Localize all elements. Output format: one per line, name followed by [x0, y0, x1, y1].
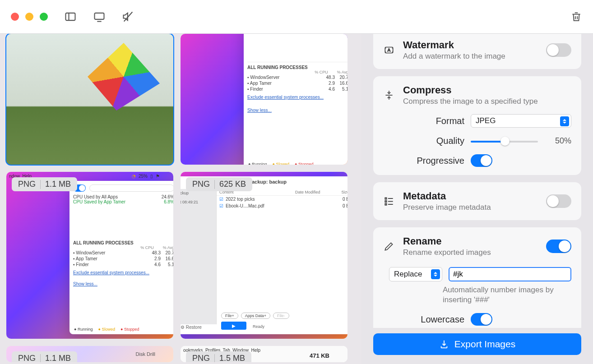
trash-icon[interactable]: [570, 10, 582, 23]
settings-sidebar: A Watermark Add a watermark to the image: [361, 34, 593, 364]
thumbnail-badge: PNG 1.1 MB: [12, 351, 77, 362]
size-label: 1.1 MB: [45, 180, 71, 189]
watermark-panel: A Watermark Add a watermark to the image: [373, 34, 581, 69]
thumbnail-2[interactable]: ALL RUNNING PROCESSES % CPU% Avg ▪ Windo…: [181, 34, 347, 165]
rename-subtitle: Rename exported images: [403, 248, 538, 257]
svg-rect-2: [95, 13, 104, 19]
svg-rect-12: [385, 201, 386, 202]
metadata-toggle[interactable]: [546, 194, 571, 208]
rename-hint: Automatically number images by inserting…: [443, 285, 569, 305]
metadata-title: Metadata: [403, 190, 538, 202]
watermark-icon: A: [383, 44, 395, 56]
svg-rect-10: [385, 198, 386, 199]
export-button[interactable]: Export Images: [373, 333, 581, 355]
format-label: PNG: [18, 354, 36, 362]
rename-title: Rename: [403, 235, 538, 247]
svg-line-4: [124, 12, 133, 22]
quality-slider[interactable]: [471, 137, 538, 146]
format-label: PNG: [18, 180, 36, 189]
size-label: 1.5 MB: [219, 354, 245, 362]
export-icon: [439, 339, 449, 349]
thumbnail-badge: PNG 625 KB: [186, 177, 252, 191]
rename-panel: Rename Rename exported images Replace Au…: [373, 227, 581, 328]
quality-label: Quality: [383, 136, 464, 146]
thumbnail-badge: PNG 1.5 MB: [186, 351, 251, 362]
format-label: PNG: [192, 180, 210, 189]
compress-subtitle: Compress the image to a specified type: [403, 97, 571, 106]
metadata-panel: Metadata Preserve image metadata: [373, 182, 581, 220]
thumbnail-content: CPU Used by All Apps24.6% CPU Saved by A…: [69, 181, 173, 334]
window-controls: [11, 13, 48, 21]
watermark-toggle[interactable]: [546, 43, 571, 57]
rename-pattern-input[interactable]: [449, 267, 571, 281]
kite-graphic: [83, 43, 146, 111]
titlebar: [0, 0, 593, 34]
rename-toggle[interactable]: [546, 240, 571, 253]
thumbnail-content: ALL RUNNING PROCESSES % CPU% Avg ▪ Windo…: [244, 34, 347, 165]
zoom-window-button[interactable]: [40, 13, 48, 21]
thumbnail-3[interactable]: CPU Used by All Apps24.6% CPU Saved by A…: [6, 172, 173, 339]
thumbnail-badge: PNG 1.1 MB: [12, 177, 77, 191]
close-window-button[interactable]: [11, 13, 19, 21]
compress-icon: [383, 89, 395, 101]
watermark-subtitle: Add a watermark to the image: [403, 52, 538, 61]
thumbnail-4[interactable]: Backup: backup ackupat 08:49:21 Content …: [181, 172, 347, 339]
size-label: 1.1 MB: [45, 354, 71, 362]
svg-text:A: A: [388, 48, 390, 52]
watermark-title: Watermark: [403, 39, 538, 51]
thumbnail-1[interactable]: [6, 34, 173, 165]
progressive-label: Progressive: [383, 156, 464, 166]
lowercase-label: Lowercase: [383, 314, 464, 325]
sidebar-toggle-icon[interactable]: [64, 10, 77, 23]
thumbnail-grid: ALL RUNNING PROCESSES % CPU% Avg ▪ Windo…: [0, 34, 361, 364]
minimize-window-button[interactable]: [25, 13, 33, 21]
svg-rect-14: [385, 203, 386, 205]
progressive-toggle[interactable]: [471, 154, 492, 167]
svg-rect-0: [66, 13, 75, 20]
thumbnail-6[interactable]: ookmarks Profiles Tab Window Help 471 KB…: [181, 346, 347, 362]
metadata-subtitle: Preserve image metadata: [403, 203, 538, 212]
size-label: 625 KB: [219, 180, 246, 189]
chevron-updown-icon: [431, 269, 440, 279]
format-label: PNG: [192, 354, 210, 362]
compress-panel: Compress Compress the image to a specifi…: [373, 76, 581, 175]
mute-icon[interactable]: [122, 10, 134, 23]
thumbnail-content: Backup: backup ackupat 08:49:21 Content …: [181, 176, 347, 334]
format-label: Format: [383, 116, 464, 126]
lowercase-toggle[interactable]: [471, 313, 492, 326]
metadata-icon: [383, 195, 395, 207]
rename-mode-select[interactable]: Replace: [389, 267, 442, 281]
compress-title: Compress: [403, 84, 571, 96]
quality-value: 50%: [544, 136, 571, 146]
chevron-updown-icon: [560, 116, 569, 126]
thumbnail-5[interactable]: Disk Drill PNG 1.1 MB: [6, 346, 173, 362]
display-icon[interactable]: [93, 10, 106, 23]
rename-icon: [383, 240, 395, 252]
format-select[interactable]: JPEG: [471, 114, 571, 128]
